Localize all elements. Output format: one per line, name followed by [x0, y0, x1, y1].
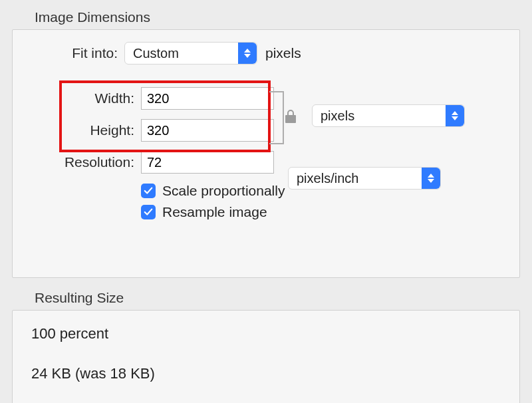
height-label: Height:	[25, 122, 141, 138]
height-input[interactable]	[141, 119, 274, 142]
dimension-units-select[interactable]: pixels	[312, 104, 465, 127]
resolution-input[interactable]	[141, 151, 274, 174]
width-label: Width:	[25, 90, 141, 106]
fit-into-value: Custom	[133, 46, 179, 61]
resolution-units-select[interactable]: pixels/inch	[288, 167, 441, 190]
fit-into-label: Fit into:	[38, 45, 124, 61]
image-dimensions-title: Image Dimensions	[12, 9, 520, 29]
fit-into-unit-label: pixels	[265, 45, 301, 61]
resolution-label: Resolution:	[25, 154, 141, 170]
select-arrows-icon	[446, 105, 464, 126]
scale-proportionally-checkbox[interactable]	[141, 184, 156, 198]
result-size: 24 KB (was 18 KB)	[31, 365, 501, 382]
scale-proportionally-label: Scale proportionally	[162, 183, 285, 199]
resample-image-label: Resample image	[162, 204, 267, 220]
resulting-size-title: Resulting Size	[12, 278, 520, 310]
resulting-size-box: 100 percent 24 KB (was 18 KB)	[12, 310, 520, 403]
select-arrows-icon	[422, 168, 440, 189]
dimension-units-value: pixels	[321, 108, 354, 124]
lock-icon	[284, 108, 297, 124]
result-percent: 100 percent	[31, 325, 501, 342]
resolution-units-value: pixels/inch	[297, 171, 358, 186]
link-bracket-icon	[269, 91, 284, 144]
image-dimensions-box: Fit into: Custom pixels Width: Height: R…	[12, 29, 520, 278]
fit-into-select[interactable]: Custom	[124, 42, 257, 65]
width-input[interactable]	[141, 87, 274, 110]
select-arrows-icon	[238, 43, 257, 64]
resample-image-checkbox[interactable]	[141, 205, 156, 219]
